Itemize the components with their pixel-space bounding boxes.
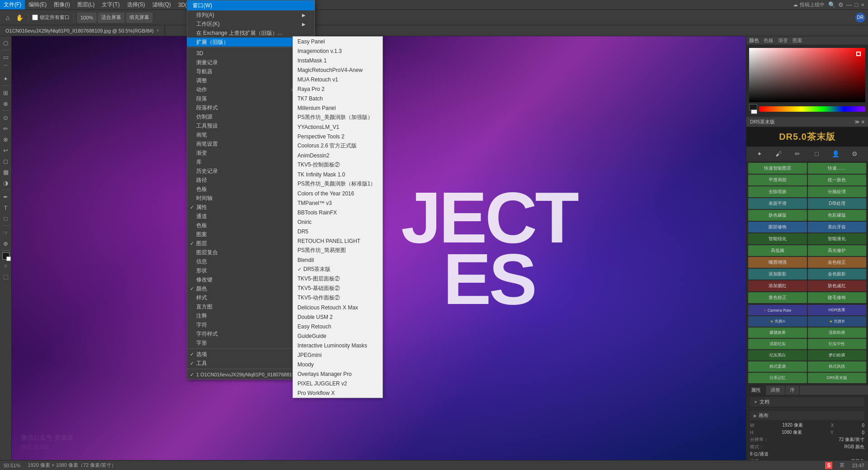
dr5-smart-sharpen[interactable]: 智能锐化 [748, 233, 807, 244]
ext-moody[interactable]: Moody [293, 360, 382, 369]
hand-tool[interactable]: ✋ [14, 13, 24, 23]
ext-pskiss[interactable]: PSKiss PixelGear [293, 398, 382, 398]
type-tool[interactable]: T [1, 203, 11, 213]
ext-interactive-lum[interactable]: Interactive Luminosity Masks [293, 341, 382, 350]
eyedropper-tool[interactable]: ⊕ [1, 99, 11, 109]
ext-tk7-batch[interactable]: TK7 Batch [293, 94, 382, 103]
dr5-hdr-effect[interactable]: HDR效果 [808, 305, 867, 315]
y-value[interactable]: 0 [862, 430, 864, 435]
dr5-color-mask[interactable]: 色彩朦版 [808, 210, 867, 221]
ext-magic-retouch[interactable]: MagicRetouchProV4-Anew [293, 65, 382, 75]
ext-perspective-tools[interactable]: Perspective Tools 2 [293, 132, 382, 141]
menu-edit[interactable]: 编辑(E) [25, 0, 50, 9]
dr5-japan-memory[interactable]: 日系记忆 [748, 373, 807, 383]
ext-pixel-juggler[interactable]: PIXEL JUGGLER v2 [293, 379, 382, 388]
background-color[interactable] [6, 256, 11, 261]
ext-animdessin[interactable]: AnimDessin2 [293, 151, 382, 160]
dr5-tool-icon-6[interactable]: ⚙ [849, 148, 860, 159]
ext-tkv5-action[interactable]: TKV5-动作面板② [293, 293, 382, 303]
ext-tkv5-control[interactable]: TKV5-控制面板② [293, 160, 382, 170]
color-gradient-box[interactable] [749, 48, 865, 102]
ext-ps-blackwork-cutout[interactable]: PS黑作坊_简易抠图 [293, 246, 382, 255]
tab-adjustments[interactable]: 调整 [766, 385, 785, 395]
hand-tool2[interactable]: ☞ [1, 228, 11, 237]
dr5-tool-icon-2[interactable]: 🖌 [773, 148, 784, 159]
ext-overlays-manager[interactable]: Overlays Manager Pro [293, 369, 382, 379]
hue-slider[interactable] [759, 106, 865, 112]
ext-instamask[interactable]: InstaMask 1 [293, 56, 382, 65]
x-value[interactable]: 0 [862, 423, 864, 428]
swatches-tab[interactable]: 色板 [764, 37, 774, 44]
close-icon[interactable]: × [861, 1, 864, 8]
lock-windows-checkbox[interactable] [32, 14, 38, 20]
fit-screen-btn[interactable]: 适合屏幕 [98, 13, 124, 23]
lasso-tool[interactable]: ⌒ [1, 63, 11, 73]
ext-tmpanel[interactable]: TMPanel™ v3 [293, 198, 382, 208]
dr5-tool-icon-4[interactable]: □ [811, 148, 822, 159]
foreground-color[interactable] [2, 252, 9, 260]
menu-workspace[interactable]: 工作区(K) ▶ [187, 19, 315, 28]
dr5-high-low-freq[interactable]: 高低频 [748, 245, 807, 256]
ext-colors-2016[interactable]: Colors of the Year 2016 [293, 189, 382, 198]
quick-mask-tool[interactable]: ○ [1, 261, 11, 271]
dr5-light-effect-b[interactable]: ☀ 光效B [808, 316, 867, 327]
ext-easy-panel[interactable]: Easy Panel [293, 37, 382, 46]
dr5-tool-icon-3[interactable]: ✏ [792, 148, 803, 159]
ext-oniric[interactable]: Oniric [293, 217, 382, 227]
dr5-smooth-local[interactable]: 平滑局部 [748, 175, 807, 185]
menu-type[interactable]: 文字(T) [98, 0, 123, 9]
color-tab[interactable]: 颜色 [749, 37, 759, 44]
ext-ps-blackwork-enhanced[interactable]: PS黑作坊_美颜润肤（加强版） [293, 113, 382, 122]
user-avatar[interactable]: DR [855, 13, 865, 23]
crop-tool[interactable]: ⊞ [1, 88, 11, 98]
magic-wand-tool[interactable]: ✦ [1, 74, 11, 84]
dr5-korean-soft[interactable]: 韩式柔调 [748, 361, 807, 372]
shape-tool[interactable]: □ [1, 214, 11, 223]
ext-imagemotion[interactable]: Imagemotion v.1.3 [293, 46, 382, 56]
ext-easy-retouch[interactable]: Easy Retouch [293, 322, 382, 331]
dr5-tea-version[interactable]: DR5茶末版 [808, 373, 867, 383]
dr5-unify-skin[interactable]: 统一肤色 [808, 175, 867, 185]
menu-filter[interactable]: 滤镜(Q) [149, 0, 175, 9]
maximize-icon[interactable]: □ [855, 1, 859, 8]
menu-select[interactable]: 选择(S) [123, 0, 149, 9]
ext-bbtools-rainfx[interactable]: BBTools RainFX [293, 208, 382, 217]
dr5-skin-mask[interactable]: 肤色朦版 [748, 210, 807, 221]
menu-file[interactable]: 文件(F) [0, 0, 25, 9]
dr5-gold-eyeshadow[interactable]: 金色眼影 [808, 269, 867, 280]
dr5-expand-icon[interactable]: ≫ [854, 119, 860, 125]
ext-guideguide[interactable]: GuideGuide [293, 331, 382, 341]
pen-tool[interactable]: ✒ [1, 192, 11, 202]
canvas-section-header[interactable]: ▶ 画布 [750, 411, 864, 420]
ext-mua-retouch[interactable]: MUA Retouch v1 [293, 75, 382, 84]
dr5-fresh-pink[interactable]: 清新粉调 [808, 328, 867, 338]
dr5-db-process[interactable]: D/B处理 [808, 198, 867, 209]
home-button[interactable]: ⌂ [3, 13, 13, 23]
dr5-lash-retouch[interactable]: 睫毛修饰 [808, 292, 867, 303]
dr5-korean-style[interactable]: 韩式风情 [808, 361, 867, 372]
dr5-teeth-whiten[interactable]: 美白牙齿 [808, 222, 867, 233]
ext-jpegmini[interactable]: JPEGmini [293, 350, 382, 360]
zoom-value[interactable]: 100% [77, 13, 96, 23]
ext-tk-infinity-mask[interactable]: TK Infinity Mask 1.0 [293, 170, 382, 179]
ext-tkv5-layer[interactable]: TKV5-图层面板② [293, 274, 382, 284]
dr5-quick-btn[interactable]: 快速…… [808, 163, 867, 174]
tab-sequence[interactable]: 序 [785, 385, 800, 395]
dodge-tool[interactable]: ◑ [1, 178, 11, 188]
dr5-tool-icon-1[interactable]: ✦ [754, 148, 765, 159]
dr5-surface-smooth[interactable]: 表面平滑 [748, 198, 807, 209]
gradient-tab[interactable]: 渐变 [778, 37, 788, 44]
dr5-fresh-real[interactable]: 清新纪实 [748, 339, 807, 349]
spot-heal-tool[interactable]: ⊙ [1, 113, 11, 123]
dr5-light-effect-a[interactable]: ☀ 光效A [748, 316, 807, 327]
dr5-camera-raw[interactable]: × Camera Raw [748, 305, 807, 315]
stamp-tool[interactable]: ⊗ [1, 134, 11, 144]
ext-millenium[interactable]: Millenium Panel [293, 103, 382, 113]
ext-yyactions[interactable]: YYActionsLM_V1 [293, 122, 382, 132]
doc-section-header[interactable]: ▼ 文档 [750, 397, 864, 407]
dr5-highlight-heal[interactable]: 高光修护 [808, 245, 867, 256]
pattern-tab2[interactable]: 图案 [793, 37, 802, 44]
screen-mode-btn[interactable]: ⬚ [1, 271, 11, 281]
dr5-tool-icon-5[interactable]: 👤 [830, 148, 841, 159]
dr5-remove-blemish[interactable]: 去除瑕疵 [748, 186, 807, 197]
